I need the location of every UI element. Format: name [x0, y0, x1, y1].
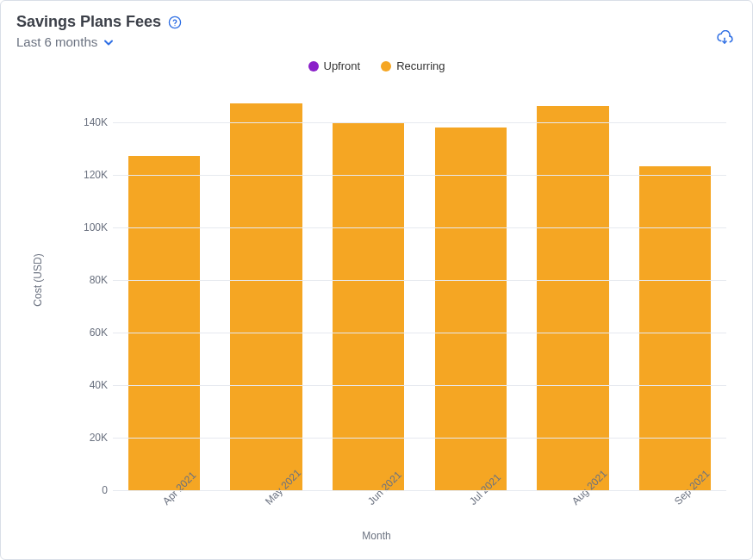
bar-recurring[interactable]: [230, 103, 302, 490]
legend-item-upfront[interactable]: Upfront: [308, 59, 361, 72]
y-tick-label: 60K: [70, 327, 108, 339]
gridline: [113, 438, 726, 439]
legend-item-recurring[interactable]: Recurring: [381, 59, 445, 72]
gridline: [113, 175, 726, 176]
svg-point-1: [174, 25, 175, 26]
bars-container: Apr 2021May 2021Jun 2021Jul 2021Aug 2021…: [113, 96, 726, 490]
card-title: Savings Plans Fees: [16, 13, 161, 31]
gridline: [113, 385, 726, 386]
y-tick-label: 0: [70, 484, 108, 496]
legend-swatch-recurring: [381, 61, 391, 72]
y-tick-label: 80K: [70, 274, 108, 286]
plot-area: Apr 2021May 2021Jun 2021Jul 2021Aug 2021…: [113, 96, 726, 490]
y-tick-label: 120K: [70, 169, 108, 181]
time-range-selector[interactable]: Last 6 months: [16, 34, 182, 49]
bar-slot: Aug 2021: [522, 96, 625, 490]
bar-slot: Apr 2021: [113, 96, 215, 490]
help-icon[interactable]: [168, 16, 182, 29]
gridline: [113, 490, 726, 491]
y-tick-label: 140K: [70, 116, 108, 128]
y-tick-label: 40K: [70, 379, 108, 391]
chevron-down-icon: [103, 36, 115, 48]
gridline: [113, 333, 726, 333]
y-axis-label: Cost (USD): [32, 253, 44, 306]
y-tick-label: 100K: [70, 221, 108, 233]
gridline: [113, 280, 726, 281]
bar-slot: Sep 2021: [624, 96, 726, 490]
gridline: [113, 227, 726, 228]
gridline: [113, 122, 726, 123]
bar-recurring[interactable]: [128, 156, 200, 490]
legend-label-recurring: Recurring: [396, 59, 445, 72]
legend-swatch-upfront: [308, 61, 319, 72]
chart-area: Apr 2021May 2021Jun 2021Jul 2021Aug 2021…: [53, 96, 735, 490]
bar-slot: Jul 2021: [420, 96, 522, 490]
title-block: Savings Plans Fees Last 6 months: [16, 13, 182, 49]
y-tick-label: 20K: [70, 432, 108, 444]
savings-plans-fees-card: Savings Plans Fees Last 6 months: [0, 0, 753, 560]
legend-label-upfront: Upfront: [324, 59, 361, 72]
title-line: Savings Plans Fees: [16, 13, 182, 31]
bar-slot: May 2021: [215, 96, 318, 490]
bar-recurring[interactable]: [435, 128, 507, 490]
card-header: Savings Plans Fees Last 6 months: [16, 13, 737, 49]
download-icon[interactable]: [716, 30, 733, 47]
svg-point-0: [169, 16, 180, 28]
bar-slot: Jun 2021: [317, 96, 420, 490]
x-axis-label: Month: [1, 530, 752, 542]
chart-legend: Upfront Recurring: [16, 59, 737, 72]
bar-recurring[interactable]: [333, 122, 404, 490]
bar-recurring[interactable]: [537, 106, 608, 490]
bar-recurring[interactable]: [639, 166, 711, 490]
time-range-label: Last 6 months: [16, 34, 97, 49]
